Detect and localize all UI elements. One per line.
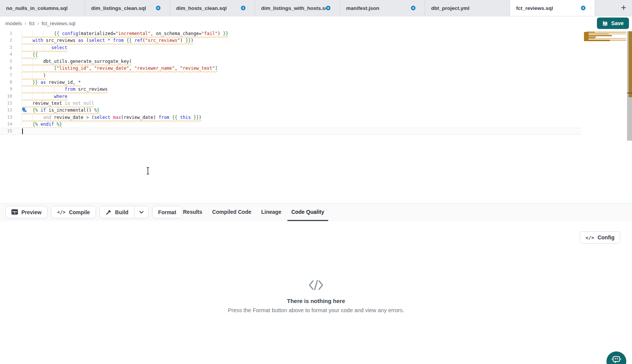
lightbulb-code-action-icon[interactable] bbox=[21, 107, 27, 112]
breadcrumb-item[interactable]: fct_reviews.sql bbox=[42, 21, 75, 26]
code-quality-panel: </> Config There is nothing here Press t… bbox=[0, 221, 632, 364]
save-icon bbox=[602, 21, 608, 26]
code-line[interactable]: 8 }} as review_id, * bbox=[0, 79, 581, 86]
breadcrumb-item[interactable]: fct bbox=[29, 21, 34, 26]
code-line[interactable]: 3 select bbox=[0, 44, 581, 51]
code-line[interactable]: 9 from src_reviews bbox=[0, 86, 581, 93]
compile-button[interactable]: </> Compile bbox=[51, 206, 96, 218]
code-line[interactable]: 11 review_text is not null bbox=[0, 100, 581, 107]
breadcrumb-item[interactable]: models bbox=[5, 21, 22, 26]
config-button[interactable]: </> Config bbox=[580, 231, 620, 244]
save-button[interactable]: Save bbox=[597, 18, 629, 29]
line-number: 15 bbox=[0, 128, 12, 135]
result-panel-tabs: ResultsCompiled CodeLineageCode Quality bbox=[179, 204, 328, 221]
tab-label: dbt_project.yml bbox=[431, 5, 470, 11]
chevron-down-icon bbox=[139, 211, 144, 214]
action-buttons: Preview </> Compile Build bbox=[5, 206, 182, 218]
code-line[interactable]: 5 dbt_utils.generate_surrogate_key( bbox=[0, 58, 581, 65]
unsaved-changes-dot-icon bbox=[581, 6, 585, 10]
panel-tab-lineage[interactable]: Lineage bbox=[257, 204, 285, 221]
minimap-line bbox=[588, 38, 595, 39]
minimap-line bbox=[610, 40, 626, 41]
table-icon bbox=[11, 209, 18, 215]
line-number: 12 bbox=[0, 107, 12, 114]
minimap-line bbox=[595, 32, 626, 33]
panel-tab-code-quality[interactable]: Code Quality bbox=[287, 204, 328, 221]
tab-label: fct_reviews.sql bbox=[516, 5, 553, 11]
code-brackets-icon bbox=[308, 279, 324, 291]
panel-tab-compiled-code[interactable]: Compiled Code bbox=[209, 204, 255, 221]
editor-tab-manifest.json[interactable]: manifest.json bbox=[340, 0, 425, 16]
line-number: 14 bbox=[0, 121, 12, 128]
code-icon: </> bbox=[57, 210, 66, 215]
build-label: Build bbox=[115, 209, 128, 215]
new-tab-button[interactable]: + bbox=[618, 2, 629, 13]
editor-tab-bar: no_nulls_in_columns.sqldim_listings_clea… bbox=[0, 0, 632, 16]
build-button[interactable]: Build bbox=[100, 206, 134, 218]
empty-state: There is nothing here Press the Format b… bbox=[0, 279, 632, 313]
minimap-line bbox=[595, 38, 626, 39]
tab-label: dim_hosts_clean.sql bbox=[176, 5, 227, 11]
line-number: 13 bbox=[0, 114, 12, 121]
file-header-bar: models›fct›fct_reviews.sql Save bbox=[0, 16, 632, 30]
code-line[interactable]: 14 {% endif %} bbox=[0, 121, 581, 128]
code-content: 1 {{ config(materialized="incremental", … bbox=[0, 30, 632, 135]
editor-tab-dim_listings_clean.sql[interactable]: dim_listings_clean.sql bbox=[85, 0, 170, 16]
dbt-ide-screen: no_nulls_in_columns.sqldim_listings_clea… bbox=[0, 0, 632, 364]
unsaved-changes-dot-icon bbox=[241, 6, 245, 10]
code-line[interactable]: 12 {% if is_incremental() %} bbox=[0, 107, 581, 114]
line-number: 3 bbox=[0, 44, 12, 51]
mouse-ibeam-pointer bbox=[145, 167, 151, 176]
minimap-line bbox=[584, 40, 610, 41]
minimap-line bbox=[587, 37, 596, 38]
code-minimap[interactable] bbox=[584, 31, 627, 42]
code-line[interactable]: 1 {{ config(materialized="incremental", … bbox=[0, 30, 581, 37]
panel-tab-results[interactable]: Results bbox=[179, 204, 206, 221]
code-line[interactable]: 2 with src_reviews as (select * from {{ … bbox=[0, 37, 581, 44]
line-number: 1 bbox=[0, 30, 12, 37]
scrollbar-thumb-edge bbox=[627, 93, 632, 93]
preview-label: Preview bbox=[21, 209, 42, 215]
breadcrumb: models›fct›fct_reviews.sql bbox=[5, 16, 75, 30]
line-number: 9 bbox=[0, 86, 12, 93]
editor-tabs: no_nulls_in_columns.sqldim_listings_clea… bbox=[0, 0, 595, 16]
editor-tab-fct_reviews.sql[interactable]: fct_reviews.sql bbox=[510, 0, 595, 16]
code-line[interactable]: 7 ) bbox=[0, 72, 581, 79]
minimap-line bbox=[584, 35, 612, 36]
editor-tab-dim_listings_with_hosts.sql[interactable]: dim_listings_with_hosts.sql bbox=[255, 0, 340, 16]
bottom-toolbar: Preview </> Compile Build bbox=[0, 203, 632, 221]
code-line[interactable]: 10 where bbox=[0, 93, 581, 100]
line-number: 5 bbox=[0, 58, 12, 65]
build-dropdown-button[interactable] bbox=[134, 206, 148, 218]
editor-tab-dim_hosts_clean.sql[interactable]: dim_hosts_clean.sql bbox=[170, 0, 255, 16]
format-label: Format bbox=[158, 209, 176, 215]
hammer-icon bbox=[106, 209, 112, 215]
unsaved-changes-dot-icon bbox=[156, 6, 160, 10]
code-editor[interactable]: 1 {{ config(materialized="incremental", … bbox=[0, 30, 632, 203]
breadcrumb-separator: › bbox=[25, 20, 27, 26]
line-number: 4 bbox=[0, 51, 12, 58]
minimap-line bbox=[609, 34, 626, 35]
tab-label: no_nulls_in_columns.sql bbox=[6, 5, 67, 11]
empty-state-title: There is nothing here bbox=[0, 298, 632, 304]
breadcrumb-separator: › bbox=[37, 20, 39, 26]
preview-button[interactable]: Preview bbox=[5, 206, 48, 218]
editor-tab-dbt_project.yml[interactable]: dbt_project.yml bbox=[425, 0, 510, 16]
format-button[interactable]: Format bbox=[152, 206, 182, 218]
code-line[interactable]: 4 {{ bbox=[0, 51, 581, 58]
config-label: Config bbox=[598, 234, 614, 241]
editor-vertical-scrollbar[interactable] bbox=[627, 31, 632, 141]
minimap-line bbox=[587, 34, 609, 35]
code-icon: </> bbox=[585, 235, 594, 241]
empty-state-subtitle: Press the Format button above to format … bbox=[0, 307, 632, 313]
code-line[interactable]: 15 bbox=[0, 128, 581, 135]
line-number: 7 bbox=[0, 72, 12, 79]
editor-tab-no_nulls_in_columns.sql[interactable]: no_nulls_in_columns.sql bbox=[0, 0, 85, 16]
line-number: 2 bbox=[0, 37, 12, 44]
code-line[interactable]: 6 ["listing_id", "review_date", "reviewe… bbox=[0, 65, 581, 72]
code-line[interactable]: 13 and review_date > (select max(review_… bbox=[0, 114, 581, 121]
text-cursor bbox=[22, 128, 23, 134]
unsaved-changes-dot-icon bbox=[326, 6, 330, 10]
line-number: 11 bbox=[0, 100, 12, 107]
line-number: 8 bbox=[0, 79, 12, 86]
